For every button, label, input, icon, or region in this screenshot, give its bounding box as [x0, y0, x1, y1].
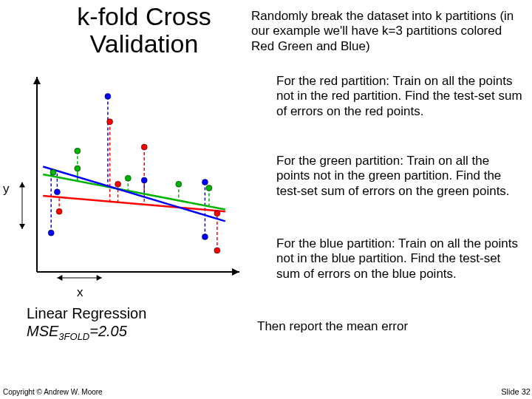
point-blue	[202, 180, 208, 185]
point-green	[206, 185, 212, 191]
caption-mse-val: =2.05	[89, 323, 127, 339]
page-title: k-fold Cross Validation	[44, 3, 244, 58]
paragraph-green: For the green partition: Train on all th…	[257, 154, 523, 199]
point-blue	[54, 189, 60, 195]
paragraph-red-text: For the red partition: Train on all the …	[257, 74, 523, 119]
point-green	[75, 148, 81, 154]
point-green	[125, 175, 131, 181]
y-axis-arrow-icon	[33, 77, 41, 84]
x-axis-label: x	[77, 285, 83, 300]
paragraph-green-text: For the green partition: Train on all th…	[257, 154, 523, 199]
slide: k-fold Cross Validation Randomly break t…	[0, 0, 532, 399]
arrow-right-icon	[97, 275, 102, 281]
arrow-up-icon	[19, 183, 25, 188]
point-blue	[48, 230, 54, 236]
y-axis-label: y	[3, 182, 10, 197]
fit-on-not-blue	[43, 166, 225, 221]
point-blue	[141, 177, 147, 183]
copyright: Copyright © Andrew W. Moore	[3, 388, 103, 396]
paragraph-blue-text: For the blue partition: Train on all the…	[257, 236, 523, 282]
caption-line1: Linear Regression	[27, 305, 146, 321]
caption-mse-sub: 3FOLD	[58, 331, 89, 342]
arrow-down-icon	[19, 224, 25, 229]
point-red	[141, 144, 147, 150]
point-red	[214, 248, 220, 253]
intro-paragraph: Randomly break the dataset into k partit…	[251, 9, 519, 54]
paragraph-red: For the red partition: Train on all the …	[257, 74, 523, 119]
chart-caption: Linear Regression MSE3FOLD=2.05	[27, 304, 146, 343]
point-green	[75, 166, 81, 171]
point-red	[115, 181, 121, 187]
scatter-chart	[15, 74, 244, 281]
paragraph-mean: Then report the mean error	[257, 319, 523, 334]
point-green	[176, 181, 182, 187]
point-green	[50, 169, 56, 175]
point-red	[214, 211, 220, 216]
point-blue	[202, 233, 208, 239]
caption-mse: MSE	[27, 323, 58, 339]
point-blue	[105, 93, 111, 99]
arrow-left-icon	[57, 275, 62, 281]
paragraph-blue: For the blue partition: Train on all the…	[257, 236, 523, 282]
slide-number: Slide 32	[501, 387, 531, 396]
x-axis-arrow-icon	[232, 268, 239, 276]
point-red	[56, 208, 62, 214]
point-red	[107, 119, 113, 125]
